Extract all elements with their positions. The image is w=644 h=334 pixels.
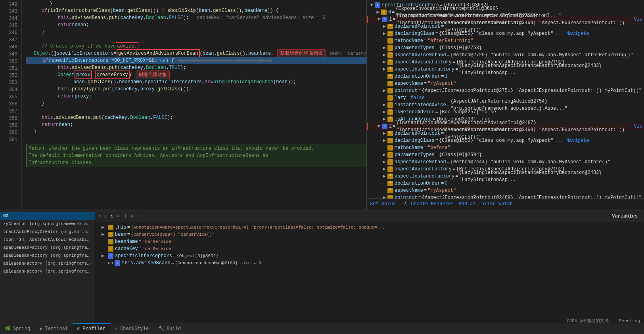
debug-item-mn1[interactable]: f methodName = "afterReturning" — [367, 37, 644, 44]
field-icon: f — [387, 74, 393, 79]
tab-terminal[interactable]: ▶ Terminal — [35, 323, 73, 334]
field-icon: f — [387, 145, 393, 151]
debug-val: {Class[0]@2753} — [439, 44, 482, 52]
expand-icon: ▶ — [381, 44, 387, 52]
debug-item-ia1[interactable]: ▶ f instantiatedAdvice = {AspectJAfterRe… — [367, 101, 644, 109]
variables-content[interactable]: ▶ ○ this = {AnnotationAwareAspectJAutoPr… — [95, 222, 644, 323]
tab-profiler[interactable]: ◎ Profiler — [73, 323, 110, 334]
debug-eq: = — [424, 37, 427, 44]
doc-line-2: The default implementation considers Adv… — [29, 152, 365, 159]
debug-val: "afterReturning" — [427, 37, 473, 44]
oo-prefix: oo — [108, 260, 113, 267]
debug-item-pt2[interactable]: ▶ f parameterTypes = {Class[0]@2504} — [367, 151, 644, 158]
var-key: this.advisedBeans — [122, 260, 170, 267]
debug-item-mn2[interactable]: f methodName = "before" — [367, 144, 644, 151]
bottom-section: NG xyCreator (org.springframework.aop.fr… — [0, 210, 644, 323]
debug-item-ai1[interactable]: ▶ f aspectInstanceFactory = {LazySinglet… — [367, 66, 644, 73]
table-icon[interactable]: ⊞ — [131, 213, 134, 219]
refresh-icon[interactable]: ↻ — [110, 213, 113, 219]
call-stack-item-5[interactable]: apableBeanFactory (org.springframework..… — [0, 252, 95, 260]
debug-variables[interactable]: ▼ ≡ specificInterceptors = {Object[3]@36… — [367, 0, 644, 198]
tab-checkstyle[interactable]: ✓ CheckStyle — [110, 323, 153, 334]
down-arrow-icon: ↓ — [104, 214, 107, 219]
set-value-btn[interactable]: Set Value — [370, 201, 396, 207]
expand-icon: ▶ — [381, 173, 387, 180]
debug-item-pt1[interactable]: ▶ f parameterTypes = {Class[0]@2753} — [367, 44, 644, 52]
call-stack-item-1[interactable]: xyCreator (org.springframework.aop.fra..… — [0, 220, 95, 228]
tab-build[interactable]: 🔨 Build — [153, 323, 186, 334]
var-key: this — [115, 224, 126, 231]
call-stack-item-2[interactable]: tractAutoProxyCreator (org.springframe..… — [0, 228, 95, 236]
field-icon: f — [387, 109, 393, 115]
var-item-specificinterceptors[interactable]: ▶ ≡ specificInterceptors = {Object[3]@36… — [95, 252, 644, 260]
debug-eq: = — [418, 194, 421, 198]
obj-icon: ○ — [108, 232, 113, 237]
code-line-353: bean.getClass(), beanName, specificInter… — [26, 78, 366, 86]
debug-item-an1[interactable]: f aspectName = "myAspect" — [367, 80, 644, 87]
call-stack-item-4[interactable]: apableBeanFactory (org.springframework..… — [0, 244, 95, 252]
debug-nav-link[interactable]: ... Navigate — [555, 137, 589, 144]
up-arrow-icon: ↑ — [98, 214, 101, 219]
obj-icon: ○ — [381, 10, 387, 15]
field-icon: f — [387, 181, 393, 186]
call-stack-item-3[interactable]: tion:434, AbstractAutowireCapableBean... — [0, 236, 95, 244]
code-line-359: return bean; — [26, 121, 366, 128]
debug-item-pc2[interactable]: ▶ f pointcut = {AspectJExpressionPointcu… — [367, 194, 644, 198]
var-key: beanName — [115, 238, 138, 245]
tab-label-build: Build — [167, 326, 181, 332]
debug-item-an2[interactable]: f aspectName = "myAspect" — [367, 187, 644, 194]
debug-val: {Boolean@3257} false — [439, 109, 496, 116]
debug-val: {LazySingletonAspectInstanceFactoryDecor… — [459, 169, 642, 183]
filter-icon[interactable]: ⊕ — [117, 213, 119, 219]
debug-val: "before" — [427, 144, 450, 151]
expand-icon: ▶ — [381, 158, 387, 166]
var-key: specificInterceptors — [115, 252, 172, 260]
call-stack-item-7[interactable]: ableBeanFactory (org.springframework.bea… — [0, 267, 95, 275]
spring-icon: 🌿 — [5, 326, 11, 332]
debug-item-dp1[interactable]: ▶ f declaredPointcut = {AspectJExpressio… — [367, 23, 644, 30]
field-icon: f — [387, 102, 393, 108]
var-item-beanname[interactable]: ○ beanName = "carService" — [95, 238, 644, 245]
obj-icon: ○ — [108, 225, 113, 230]
debug-item-pc1[interactable]: ▶ f pointcut = {AspectJExpressionPointcu… — [367, 87, 644, 94]
debug-key: methodName — [395, 144, 423, 151]
var-item-advisedbeans[interactable]: oo ≡ this.advisedBeans = {ConcurrentHash… — [95, 260, 644, 267]
var-val: {ConcurrentHashMap@2189} size = 0 — [175, 260, 261, 267]
field-icon: f — [387, 81, 393, 86]
call-stack-item-0[interactable]: NG — [0, 212, 95, 220]
add-inline-watch-btn[interactable]: Add as Inline Watch — [458, 201, 513, 207]
debug-item-am1[interactable]: ▶ f aspectAdviceMethod = {Method@2729} "… — [367, 52, 644, 59]
code-line-342: } — [26, 0, 366, 7]
field-icon: f — [387, 52, 393, 58]
code-line-350: ● if (specificInterceptors != DO_NOT_PRO… — [26, 57, 366, 64]
debug-eq: = — [455, 66, 458, 73]
debug-key: aspectInstanceFactory — [395, 66, 454, 73]
debug-eq: = — [435, 137, 438, 144]
var-item-bean[interactable]: ▶ ○ bean = {CarService@3284} "CarService… — [95, 231, 644, 238]
var-item-this[interactable]: ▶ ○ this = {AnnotationAwareAspectJAutoPr… — [95, 224, 644, 231]
debug-val: "myAspect" — [427, 187, 456, 194]
list-view-icon[interactable]: ≡ — [138, 214, 140, 219]
tab-spring[interactable]: 🌿 Spring — [0, 323, 35, 334]
debug-item-am2[interactable]: ▶ f aspectAdviceMethod = {Method@2444} "… — [367, 158, 644, 166]
var-val: "carService" — [142, 238, 174, 245]
expand-icon: ▶ — [102, 231, 108, 238]
debug-eq: = — [452, 59, 455, 66]
debug-key: 1 — [389, 16, 392, 23]
code-line-344: this.advisedBeans.put(cacheKey, Boolean.… — [26, 14, 366, 21]
var-item-cachekey[interactable]: ○ cacheKey = "carService" — [95, 245, 644, 252]
expand-icon: ▶ — [381, 194, 387, 198]
debug-key: aspectInstanceFactory — [395, 173, 454, 180]
field-icon: f — [387, 174, 393, 179]
debug-item-ai2[interactable]: ▶ f aspectInstanceFactory = {LazySinglet… — [367, 173, 644, 180]
create-renderer-btn[interactable]: Create Renderer — [411, 201, 454, 207]
debug-item-dp2[interactable]: ▶ f declaredPointcut = {AspectJExpressio… — [367, 130, 644, 137]
var-val: "carService" — [142, 245, 174, 252]
call-stack-item-6[interactable]: ableBeanFactory (org.springframework.b..… — [0, 260, 95, 267]
code-line-356: } — [26, 100, 366, 107]
terminal-icon: ▶ — [40, 326, 42, 332]
debug-nav-link[interactable]: ... Navigate — [555, 30, 589, 37]
debug-eq: = — [447, 158, 450, 166]
debug-eq: = — [447, 101, 450, 109]
field-icon: f — [387, 159, 393, 165]
